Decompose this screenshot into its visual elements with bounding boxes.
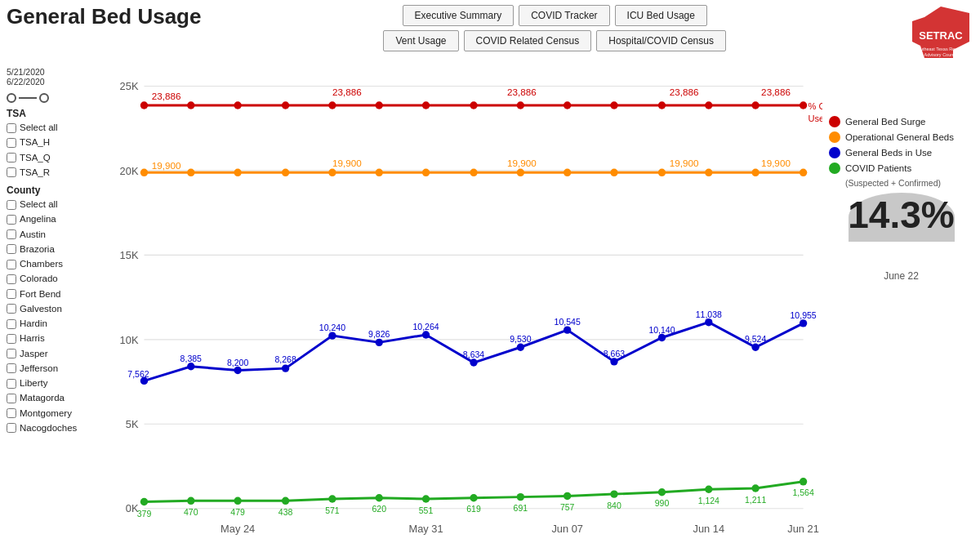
svg-point-108	[800, 478, 807, 485]
svg-point-74	[610, 358, 617, 365]
county-select-all-label: Select all	[20, 198, 58, 211]
county-fort-bend-checkbox[interactable]	[7, 289, 16, 299]
svg-point-72	[517, 344, 524, 351]
county-fort-bend[interactable]: Fort Bend	[7, 287, 93, 301]
tsa-select-all-checkbox[interactable]	[7, 123, 16, 133]
county-harris-checkbox[interactable]	[7, 334, 16, 344]
svg-text:20K: 20K	[120, 165, 139, 177]
county-liberty-label: Liberty	[20, 376, 48, 390]
nav-executive-summary[interactable]: Executive Summary	[403, 5, 514, 26]
svg-point-29	[422, 101, 430, 109]
svg-point-32	[564, 101, 571, 109]
svg-point-54	[610, 169, 617, 176]
county-austin-label: Austin	[20, 228, 46, 242]
county-hardin[interactable]: Hardin	[7, 317, 93, 331]
county-colorado[interactable]: Colorado	[7, 272, 93, 286]
svg-text:Jun 14: Jun 14	[693, 523, 725, 535]
legend-label-orange: Operational General Beds	[845, 132, 954, 142]
app-container: General Bed Usage Executive Summary COVI…	[0, 0, 980, 552]
sidebar: 5/21/2020 6/22/2020 TSA Select all TSA_H	[7, 67, 96, 549]
end-date: 6/22/2020	[7, 77, 45, 87]
nav-hospital-covid-census[interactable]: Hospital/COVID Census	[596, 30, 726, 51]
svg-text:10K: 10K	[120, 334, 139, 346]
svg-point-67	[282, 364, 289, 372]
tsa-q-checkbox[interactable]	[7, 153, 16, 162]
tsa-h-label: TSA_H	[20, 136, 50, 149]
county-brazoria[interactable]: Brazoria	[7, 243, 93, 256]
county-angelina[interactable]: Angelina	[7, 212, 93, 226]
svg-point-30	[470, 101, 477, 109]
county-chambers-checkbox[interactable]	[7, 260, 16, 269]
svg-point-103	[564, 492, 571, 500]
county-jefferson[interactable]: Jefferson	[7, 362, 93, 376]
svg-point-31	[517, 101, 524, 109]
nav-vent-usage[interactable]: Vent Usage	[383, 30, 458, 51]
svg-point-49	[376, 169, 383, 176]
svg-point-69	[376, 339, 383, 346]
nav-covid-related-census[interactable]: COVID Related Census	[464, 30, 592, 51]
county-matagorda-label: Matagorda	[20, 391, 65, 405]
tsa-h[interactable]: TSA_H	[7, 136, 93, 149]
county-select-all-checkbox[interactable]	[7, 200, 16, 210]
svg-point-56	[705, 169, 712, 176]
svg-text:10,140: 10,140	[648, 325, 675, 335]
county-brazoria-label: Brazoria	[20, 243, 55, 256]
svg-text:11,038: 11,038	[696, 309, 722, 319]
svg-point-68	[328, 332, 336, 339]
svg-text:8,385: 8,385	[180, 354, 202, 363]
svg-point-53	[564, 169, 571, 176]
county-montgomery-checkbox[interactable]	[7, 408, 16, 418]
svg-text:Jun 21: Jun 21	[787, 523, 819, 535]
tsa-q[interactable]: TSA_Q	[7, 151, 93, 165]
svg-point-50	[422, 169, 430, 176]
svg-point-70	[422, 331, 430, 338]
svg-point-44	[140, 169, 148, 176]
county-matagorda-checkbox[interactable]	[7, 394, 16, 403]
county-colorado-checkbox[interactable]	[7, 274, 16, 284]
svg-point-47	[282, 169, 289, 176]
tsa-select-all[interactable]: Select all	[7, 121, 93, 135]
county-brazoria-checkbox[interactable]	[7, 244, 16, 254]
county-montgomery[interactable]: Montgomery	[7, 407, 93, 421]
svg-text:10,955: 10,955	[791, 310, 817, 320]
page-title: General Bed Usage	[7, 5, 201, 29]
county-austin[interactable]: Austin	[7, 228, 93, 242]
main-chart: 25K 20K 15K 10K 5K 0K May 24 May 31 Jun …	[96, 67, 822, 552]
tsa-label: TSA	[7, 108, 93, 119]
county-jasper-checkbox[interactable]	[7, 349, 16, 358]
svg-text:691: 691	[514, 503, 528, 513]
county-angelina-checkbox[interactable]	[7, 215, 16, 225]
stat-box: 14.3% June 22	[829, 196, 973, 282]
county-liberty[interactable]: Liberty	[7, 376, 93, 390]
tsa-h-checkbox[interactable]	[7, 138, 16, 148]
county-austin-checkbox[interactable]	[7, 229, 16, 239]
legend-item-red: General Bed Surge	[829, 116, 973, 127]
nav-row-2: Vent Usage COVID Related Census Hospital…	[383, 30, 726, 51]
svg-point-25	[234, 101, 241, 109]
county-matagorda[interactable]: Matagorda	[7, 391, 93, 405]
county-jasper[interactable]: Jasper	[7, 347, 93, 361]
county-select-all[interactable]: Select all	[7, 198, 93, 211]
tsa-r-checkbox[interactable]	[7, 167, 16, 177]
county-liberty-checkbox[interactable]	[7, 379, 16, 389]
county-nacogdoches-checkbox[interactable]	[7, 423, 16, 433]
svg-point-46	[234, 169, 241, 176]
svg-point-24	[187, 101, 194, 109]
svg-text:% COVID of General Beds in: % COVID of General Beds in	[808, 101, 822, 111]
county-chambers[interactable]: Chambers	[7, 257, 93, 271]
legend-item-green: COVID Patients	[829, 162, 973, 174]
svg-text:Use: Use	[808, 114, 822, 123]
nav-icu-bed-usage[interactable]: ICU Bed Usage	[615, 5, 707, 26]
tsa-r[interactable]: TSA_R	[7, 166, 93, 180]
county-chambers-label: Chambers	[20, 257, 63, 271]
county-galveston[interactable]: Galveston	[7, 302, 93, 316]
county-harris[interactable]: Harris	[7, 332, 93, 345]
county-nacogdoches[interactable]: Nacogdoches	[7, 421, 93, 435]
svg-point-97	[282, 497, 289, 505]
nav-covid-tracker[interactable]: COVID Tracker	[519, 5, 609, 26]
svg-text:Southeast Texas Regional: Southeast Texas Regional	[915, 47, 967, 51]
county-galveston-checkbox[interactable]	[7, 304, 16, 314]
county-hardin-checkbox[interactable]	[7, 319, 16, 329]
svg-point-28	[376, 101, 383, 109]
county-jefferson-checkbox[interactable]	[7, 363, 16, 373]
